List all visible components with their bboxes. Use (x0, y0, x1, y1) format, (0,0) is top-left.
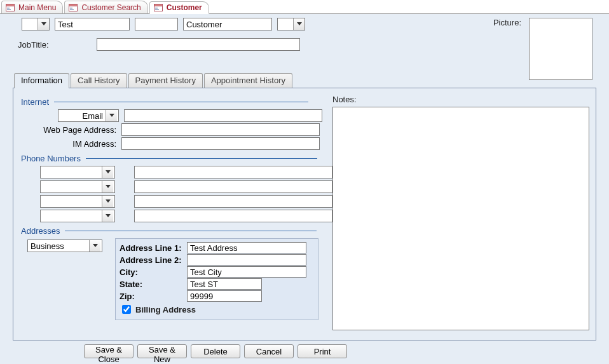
tab-label: Payment History (135, 76, 196, 85)
middle-input[interactable] (135, 18, 178, 30)
tab-information[interactable]: Information (14, 73, 69, 88)
svg-rect-11 (155, 10, 159, 11)
webpage-input[interactable] (121, 123, 320, 136)
phone-type-input[interactable] (41, 181, 102, 192)
phone-type-input[interactable] (41, 196, 102, 207)
tab-label: Call History (78, 76, 120, 85)
svg-rect-5 (69, 4, 78, 6)
zip-input[interactable] (187, 290, 262, 302)
window-tab-customer[interactable]: Customer (149, 1, 209, 14)
chevron-down-icon[interactable] (38, 18, 49, 30)
group-title: Addresses (21, 226, 60, 236)
zip-label: Zip: (120, 292, 182, 301)
svg-marker-19 (93, 244, 98, 247)
address-line2-input[interactable] (187, 254, 306, 266)
tab-appointment-history[interactable]: Appointment History (204, 73, 292, 88)
window-tab-main-menu[interactable]: Main Menu (1, 1, 63, 13)
window-tab-label: Customer Search (81, 3, 140, 12)
phone-number-input[interactable] (134, 180, 332, 193)
form-icon (6, 4, 15, 11)
jobtitle-input[interactable] (97, 38, 300, 51)
address-type-input[interactable] (28, 240, 89, 252)
svg-marker-15 (106, 170, 111, 173)
phone-number-input[interactable] (134, 166, 332, 179)
address-box: Address Line 1: Address Line 2: City: (115, 238, 318, 320)
address-line2-label: Address Line 2: (120, 255, 182, 265)
button-bar: Save & Close Save & New Delete Cancel Pr… (13, 344, 596, 358)
tab-label: Information (21, 76, 62, 85)
svg-marker-13 (297, 22, 302, 25)
email-type-input[interactable] (58, 110, 106, 121)
phone-type-input[interactable] (41, 166, 102, 178)
svg-rect-7 (70, 9, 74, 10)
divider (86, 158, 317, 159)
im-input[interactable] (121, 137, 320, 150)
tab-payment-history[interactable]: Payment History (128, 73, 203, 88)
window-tab-customer-search[interactable]: Customer Search (64, 1, 147, 13)
state-input[interactable] (187, 278, 262, 290)
save-close-button[interactable]: Save & Close (84, 344, 133, 358)
state-label: State: (120, 280, 182, 289)
name-row: Picture: JobTitle: (13, 18, 596, 53)
form-icon (154, 4, 163, 11)
chevron-down-icon[interactable] (106, 110, 117, 121)
prefix-input[interactable] (22, 18, 38, 30)
svg-marker-17 (106, 199, 111, 203)
billing-checkbox[interactable] (122, 305, 131, 314)
city-input[interactable] (187, 266, 306, 278)
phone-type-combo[interactable] (40, 195, 115, 208)
chevron-down-icon[interactable] (293, 18, 304, 30)
customer-form: Picture: JobTitle: Information Call Hist… (0, 14, 609, 363)
picture-label: Picture: (493, 18, 521, 27)
window-tab-strip: Main Menu Customer Search Customer (0, 0, 609, 14)
email-input[interactable] (124, 109, 322, 122)
phone-number-input[interactable] (134, 210, 332, 222)
chevron-down-icon[interactable] (102, 196, 113, 207)
group-title: Internet (21, 97, 49, 107)
notes-label: Notes: (332, 95, 589, 104)
first-name-input[interactable] (55, 18, 130, 30)
notes-area: Notes: (332, 95, 589, 332)
phone-type-combo[interactable] (40, 166, 115, 179)
phone-number-input[interactable] (134, 195, 332, 208)
tab-call-history[interactable]: Call History (71, 73, 127, 88)
chevron-down-icon[interactable] (102, 210, 113, 222)
window-tab-label: Customer (167, 3, 202, 12)
email-type-combo[interactable] (58, 109, 119, 122)
phone-type-input[interactable] (41, 210, 102, 222)
city-label: City: (120, 267, 182, 277)
svg-rect-6 (70, 8, 72, 9)
address-line1-input[interactable] (187, 242, 306, 253)
save-new-button[interactable]: Save & New (137, 344, 187, 358)
phone-type-combo[interactable] (40, 180, 115, 193)
last-name-input[interactable] (183, 18, 272, 30)
chevron-down-icon[interactable] (89, 240, 100, 252)
group-title: Phone Numbers (21, 154, 81, 163)
form-icon (69, 4, 78, 11)
svg-marker-18 (106, 214, 111, 217)
billing-label: Billing Address (135, 305, 196, 314)
chevron-down-icon[interactable] (102, 166, 113, 178)
tab-label: Appointment History (211, 76, 285, 85)
svg-rect-2 (7, 8, 10, 9)
divider (54, 102, 308, 102)
webpage-label: Web Page Address: (21, 125, 116, 135)
address-line1-label: Address Line 1: (120, 243, 182, 253)
svg-rect-3 (7, 9, 11, 10)
svg-marker-14 (109, 114, 114, 117)
delete-button[interactable]: Delete (191, 344, 240, 358)
svg-marker-12 (41, 22, 46, 25)
print-button[interactable]: Print (298, 344, 347, 358)
svg-rect-10 (155, 8, 158, 9)
prefix-combo[interactable] (22, 18, 50, 30)
suffix-input[interactable] (278, 18, 293, 30)
phone-type-combo[interactable] (40, 210, 115, 222)
picture-box[interactable] (529, 18, 592, 80)
jobtitle-label: JobTitle: (15, 40, 90, 50)
im-label: IM Address: (21, 139, 116, 149)
chevron-down-icon[interactable] (102, 181, 113, 192)
notes-textarea[interactable] (332, 107, 589, 330)
cancel-button[interactable]: Cancel (244, 344, 294, 358)
suffix-combo[interactable] (277, 18, 305, 30)
address-type-combo[interactable] (27, 239, 102, 252)
